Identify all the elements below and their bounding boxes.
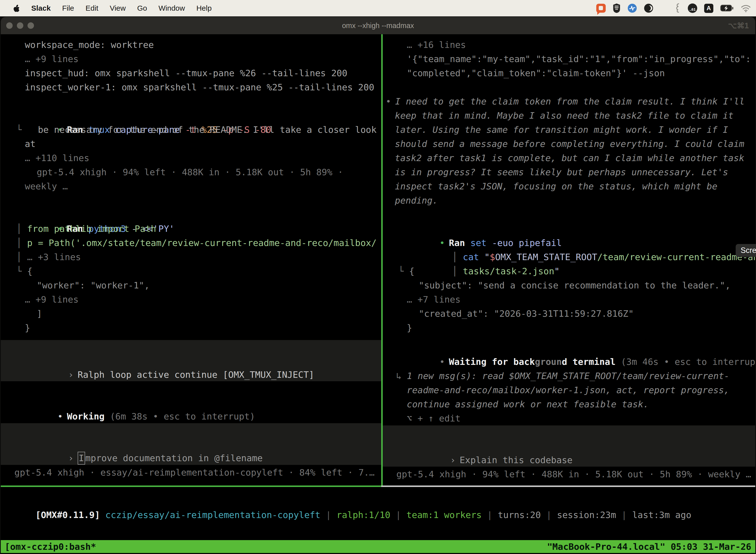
wifi-icon[interactable] xyxy=(741,4,751,12)
command-line-tmux: •Ran tmux capture-pane -t %25 -p -S -80 xyxy=(1,108,381,123)
pulse-circle-icon[interactable] xyxy=(628,3,637,13)
code-line: │ p = Path('.omx/state/team/review-curre… xyxy=(1,236,381,250)
tmux-session-name[interactable]: [omx-cczip0:bash* xyxy=(5,542,96,552)
menu-item-view[interactable]: View xyxy=(110,4,126,12)
mailbox-message-line: continue assigned work or next feasible … xyxy=(383,397,755,411)
thought-line: inspect task2's JSON, focusing on the st… xyxy=(383,179,755,193)
json-output-line: } xyxy=(383,321,755,335)
pane-divider-bottom-right xyxy=(381,486,755,487)
tmux-host-clock: "MacBook-Pro-44.local" 05:03 31-Mar-26 xyxy=(547,542,751,552)
waiting-bullet-icon: • xyxy=(440,355,449,369)
ran-bullet-icon: • xyxy=(440,236,449,250)
thought-line: task2 after task1 is complete, but can I… xyxy=(383,151,755,165)
keyboard-layout-label: A xyxy=(707,5,711,12)
shield-grid-icon[interactable] xyxy=(613,3,621,13)
pane-footer-status: gpt-5.4 xhigh · 94% left · 488K in · 5.1… xyxy=(383,467,755,481)
collapsed-lines-indicator[interactable]: … +9 lines xyxy=(1,292,381,307)
omx-version: [OMX#0.11.9] xyxy=(36,510,100,520)
collapsed-lines-indicator[interactable]: … +7 lines xyxy=(383,292,755,307)
pane-divider-bottom-left xyxy=(1,486,381,487)
last-activity: last:3m ago xyxy=(632,510,691,520)
thought-bullet-icon: • xyxy=(386,94,395,108)
text-cursor: I xyxy=(78,452,85,465)
moon-circle-icon[interactable] xyxy=(644,3,653,13)
json-output-line: "created_at": "2026-03-31T11:59:27.816Z" xyxy=(383,307,755,321)
keyboard-layout-icon[interactable]: A xyxy=(704,4,713,13)
waiting-status: •Waiting for background terminal (3m 46s… xyxy=(383,340,755,355)
prompt-chevron-icon: › xyxy=(68,451,78,465)
working-status: •Working (6m 38s • esc to interrupt) xyxy=(1,395,381,409)
composer-input-right[interactable]: ›Explain this codebase xyxy=(383,426,755,466)
chevron-icon: › xyxy=(68,368,78,382)
composer-input-left[interactable]: ›Improve documentation in @filename xyxy=(1,423,381,465)
squiggle-icon[interactable] xyxy=(675,3,681,13)
turns-counter: turns:20 xyxy=(498,510,541,520)
ralph-counter: ralph:1/10 xyxy=(336,510,390,520)
omx-status-line: [OMX#0.11.9] cczip/essay/ai-reimplementa… xyxy=(1,494,755,508)
json-output-line: "worker": "worker-1", xyxy=(1,278,381,292)
output-line: weekly … xyxy=(1,179,381,193)
collapsed-lines-indicator[interactable]: … +9 lines xyxy=(1,52,381,66)
team-counter: team:1 workers xyxy=(406,510,482,520)
working-bullet-icon: • xyxy=(58,409,67,424)
mailbox-message-line: readme-and-reco/mailbox/worker-1.json, a… xyxy=(383,383,755,397)
thought-line: •I need to get the claim token from the … xyxy=(383,94,755,108)
dots-grid-icon[interactable] xyxy=(660,4,668,12)
mailbox-message-line: ↳ 1 new msg(s): read $OMX_TEAM_STATE_ROO… xyxy=(383,369,755,383)
menu-item-window[interactable]: Window xyxy=(159,4,185,12)
json-output-line: └ { xyxy=(1,264,381,278)
json-output-line: ] xyxy=(1,307,381,321)
thought-line: should send a message before completing … xyxy=(383,137,755,151)
thought-line: pending. xyxy=(383,193,755,208)
output-line: workspace_mode: worktree xyxy=(1,38,381,52)
thought-line: keep that in mind. Maybe I also need the… xyxy=(383,108,755,123)
session-timer: session:23m xyxy=(557,510,616,520)
collapsed-lines-indicator[interactable]: … +16 lines xyxy=(383,38,755,52)
collapsed-lines-indicator[interactable]: … +110 lines xyxy=(1,151,381,165)
menu-item-go[interactable]: Go xyxy=(137,4,147,12)
slack-notification-icon[interactable] xyxy=(596,4,606,13)
collapsed-lines-indicator[interactable]: │ … +3 lines xyxy=(1,250,381,264)
badge-count-label: ..61 xyxy=(689,7,695,11)
output-line: at xyxy=(1,137,381,151)
menu-app-name[interactable]: Slack xyxy=(31,4,51,12)
terminal-area: workspace_mode: worktree … +9 lines insp… xyxy=(1,34,755,554)
window-title-bar[interactable]: omx --xhigh --madmax ⌥⌘1 xyxy=(1,17,755,34)
command-line-set: •Ran set -euo pipefail xyxy=(383,222,755,236)
edit-shortcut-hint: ⌥ + ↑ edit xyxy=(383,411,755,426)
thought-line: later. Using the same for transition mig… xyxy=(383,123,755,137)
pane-footer-status: gpt-5.4 xhigh · essay/ai-reimplementatio… xyxy=(1,465,381,480)
output-line: └ be necessary for the end of the README… xyxy=(1,123,381,137)
window-title: omx --xhigh --madmax xyxy=(1,21,755,30)
output-line: gpt-5.4 xhigh · 94% left · 488K in · 5.1… xyxy=(1,165,381,179)
screen-sharing-tooltip: Scre xyxy=(736,244,756,257)
terminal-window: omx --xhigh --madmax ⌥⌘1 workspace_mode:… xyxy=(1,17,755,554)
command-line-python: •Ran python3 - <<'PY' xyxy=(1,208,381,222)
prompt-chevron-icon: › xyxy=(450,453,460,467)
output-line: "completed","claim_token":"claim-token"}… xyxy=(383,66,755,80)
tmux-pane-left[interactable]: workspace_mode: worktree … +9 lines insp… xyxy=(1,34,381,527)
menu-item-file[interactable]: File xyxy=(62,4,74,12)
json-output-line: "subject": "send a concise recommendatio… xyxy=(383,278,755,292)
apple-logo-icon[interactable] xyxy=(13,4,20,12)
output-line: inspect_worker-1: omx sparkshell --tmux-… xyxy=(1,80,381,94)
count-badge-icon[interactable]: ..61 xyxy=(688,3,697,13)
window-shortcut-hint: ⌥⌘1 xyxy=(728,21,749,30)
thought-line: is in progress? It seems likely but perh… xyxy=(383,165,755,179)
omx-session-path: cczip/essay/ai-reimplementation-copyleft xyxy=(100,510,320,520)
json-output-line: } xyxy=(1,321,381,335)
output-line: '{"team_name":"my-team","task_id":"1","f… xyxy=(383,52,755,66)
menu-item-edit[interactable]: Edit xyxy=(85,4,99,12)
battery-icon[interactable] xyxy=(720,5,734,12)
tmux-status-bar: [omx-cczip0:bash* "MacBook-Pro-44.local"… xyxy=(1,540,755,553)
code-line: │ from pathlib import Path xyxy=(1,222,381,236)
menu-bar: Slack File Edit View Go Window Help xyxy=(0,0,756,16)
arrow-icon: ↳ xyxy=(396,371,407,381)
menu-item-help[interactable]: Help xyxy=(196,4,212,12)
tmux-pane-right[interactable]: … +16 lines '{"team_name":"my-team","tas… xyxy=(383,34,755,527)
ralph-loop-banner: ›Ralph loop active continue [OMX_TMUX_IN… xyxy=(1,340,381,381)
output-line: inspect_hud: omx sparkshell --tmux-pane … xyxy=(1,66,381,80)
pane-divider-vertical[interactable] xyxy=(381,34,383,486)
